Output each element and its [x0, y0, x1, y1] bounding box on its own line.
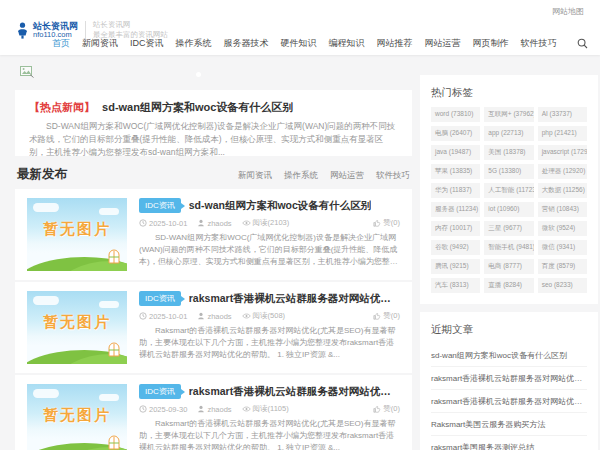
tag-bigdata[interactable]: 大数据 (11256)	[538, 183, 587, 198]
tag-javascript[interactable]: javascript (17290)	[538, 145, 587, 160]
article-date: 2025-10-01	[139, 219, 187, 228]
latest-section-title: 最新发布	[17, 166, 67, 183]
tag-apple[interactable]: 苹果 (13835)	[431, 164, 480, 179]
tag-processor[interactable]: 处理器 (12920)	[538, 164, 587, 179]
article-thumbnail[interactable]: 暂无图片	[27, 291, 127, 364]
tag-usa[interactable]: 美国 (18378)	[484, 145, 533, 160]
recent-article-link[interactable]: sd-wan组网方案和woc设备有什么区别	[431, 344, 587, 366]
logo-icon	[16, 22, 29, 39]
tag-ai-cn[interactable]: 人工智能 (11723)	[484, 183, 533, 198]
like-button[interactable]: 赞(0)	[373, 218, 400, 228]
cloud-shape	[33, 203, 59, 212]
nav-item-idc[interactable]: IDC资讯	[130, 37, 164, 50]
hot-news-title[interactable]: sd-wan组网方案和woc设备有什么区别	[102, 101, 293, 113]
recent-article-link[interactable]: raksmart香港裸机云站群服务器对网站优化的帮助	[431, 389, 587, 412]
hot-tags-title: 热门标签	[431, 84, 587, 107]
tag-5g[interactable]: 5G (13380)	[484, 164, 533, 179]
tag-internet-plus[interactable]: 互联网+ (37962)	[484, 107, 533, 122]
article-title[interactable]: sd-wan组网方案和woc设备有什么区别	[189, 199, 372, 213]
tag-marketing[interactable]: 营销 (10843)	[538, 202, 587, 217]
nav-item-home[interactable]: 首页	[52, 37, 70, 50]
article-meta: 2025-10-01 zhaods 阅读(2103) 赞(0)	[139, 218, 400, 228]
cloud-shape	[99, 301, 119, 308]
recent-article-link[interactable]: raksmart香港裸机云站群服务器对网站优化的帮助	[431, 366, 587, 389]
tag-baidu[interactable]: 百度 (8579)	[538, 259, 587, 274]
clock-icon	[139, 219, 147, 227]
tag-java[interactable]: java (19487)	[431, 145, 480, 160]
tag-ecommerce[interactable]: 电商 (8777)	[484, 259, 533, 274]
nav-item-programming[interactable]: 编程知识	[329, 37, 365, 50]
article-date: 2025-10-01	[139, 312, 187, 321]
tag-livestream[interactable]: 直播 (8284)	[484, 278, 533, 293]
article-body: IDC资讯 raksmart香港裸机云站群服务器对网站优化的帮助 2025-09…	[139, 384, 400, 450]
eye-icon	[242, 219, 251, 227]
article-title[interactable]: raksmart香港裸机云站群服务器对网站优化的帮助	[189, 292, 400, 306]
no-image-placeholder-text: 暂无图片	[27, 406, 127, 425]
like-button[interactable]: 赞(0)	[373, 404, 400, 414]
article-thumbnail[interactable]: 暂无图片	[27, 384, 127, 450]
article-excerpt: Raksmart的香港裸机云站群服务器对网站优化(尤其是SEO)有显著帮助，主要…	[139, 418, 400, 450]
window-icon	[108, 249, 120, 264]
latest-link-operation[interactable]: 网站运营	[330, 170, 364, 182]
recent-article-link[interactable]: raksmart美国服务器测评总结	[431, 435, 587, 450]
nav-item-site-recommend[interactable]: 网站推荐	[377, 37, 413, 50]
article-card: 暂无图片 IDC资讯 raksmart香港裸机云站群服务器对网站优化的帮助 20…	[15, 375, 412, 450]
nav-item-server-tech[interactable]: 服务器技术	[224, 37, 269, 50]
tag-smartphone[interactable]: 智能手机 (9481)	[484, 240, 533, 255]
latest-link-software[interactable]: 软件技巧	[376, 170, 410, 182]
tag-app[interactable]: app (22713)	[484, 126, 533, 141]
tag-ai[interactable]: AI (33737)	[538, 107, 587, 122]
tag-microsoft[interactable]: 微软 (9524)	[538, 221, 587, 236]
nav-item-webpage-making[interactable]: 网页制作	[473, 37, 509, 50]
tag-iot[interactable]: iot (10960)	[484, 202, 533, 217]
tag-seo[interactable]: seo (8233)	[538, 278, 587, 293]
clock-icon	[139, 405, 147, 413]
nav-item-hardware[interactable]: 硬件知识	[281, 37, 317, 50]
tag-memory[interactable]: 内存 (10017)	[431, 221, 480, 236]
tag-samsung[interactable]: 三星 (9677)	[484, 221, 533, 236]
thumb-up-icon	[373, 405, 381, 413]
no-image-placeholder-text: 暂无图片	[27, 313, 127, 332]
user-icon	[197, 219, 205, 227]
tag-google[interactable]: 谷歌 (9492)	[431, 240, 480, 255]
latest-section-head: 最新发布 新闻资讯 操作系统 网站运营 软件技巧	[17, 166, 410, 183]
nav-item-software-tips[interactable]: 软件技巧	[521, 37, 557, 50]
tag-computer[interactable]: 电脑 (26407)	[431, 126, 480, 141]
article-meta: 2025-09-30 zhaods 阅读(1105) 赞(0)	[139, 404, 400, 414]
latest-link-os[interactable]: 操作系统	[284, 170, 318, 182]
like-button[interactable]: 赞(0)	[373, 311, 400, 321]
tag-word[interactable]: word (73810)	[431, 107, 480, 122]
article-meta: 2025-10-01 zhaods 阅读(508) 赞(0)	[139, 311, 400, 321]
sidebar: 热门标签 word (73810) 互联网+ (37962) AI (33737…	[420, 75, 598, 450]
latest-link-news[interactable]: 新闻资讯	[238, 170, 272, 182]
category-badge[interactable]: IDC资讯	[139, 291, 181, 306]
tag-tencent[interactable]: 腾讯 (9215)	[431, 259, 480, 274]
cloud-shape	[99, 394, 119, 401]
nav-item-news[interactable]: 新闻资讯	[82, 37, 118, 50]
tag-car[interactable]: 汽车 (8313)	[431, 278, 480, 293]
article-title[interactable]: raksmart香港裸机云站群服务器对网站优化的帮助	[189, 385, 400, 399]
tag-php[interactable]: php (21421)	[538, 126, 587, 141]
article-thumbnail[interactable]: 暂无图片	[27, 198, 127, 271]
user-icon	[197, 312, 205, 320]
recent-articles-title: 近期文章	[431, 321, 587, 344]
nav-item-site-operation[interactable]: 网站运营	[425, 37, 461, 50]
category-badge[interactable]: IDC资讯	[139, 198, 181, 213]
search-icon[interactable]	[577, 38, 588, 49]
eye-icon	[242, 312, 251, 320]
cloud-shape	[33, 389, 59, 398]
recent-article-link[interactable]: Raksmart美国云服务器购买方法	[431, 412, 587, 435]
carousel-dot[interactable]	[196, 72, 201, 77]
tagline-top: 站长资讯网	[93, 20, 168, 30]
sitemap-link[interactable]: 网站地图	[552, 6, 584, 17]
cloud-shape	[33, 296, 59, 305]
tag-wechat[interactable]: 微信 (9341)	[538, 240, 587, 255]
latest-section-links: 新闻资讯 操作系统 网站运营 软件技巧	[238, 170, 410, 182]
tag-huawei[interactable]: 华为 (11837)	[431, 183, 480, 198]
article-title-row: IDC资讯 raksmart香港裸机云站群服务器对网站优化的帮助	[139, 291, 400, 306]
article-card: 暂无图片 IDC资讯 sd-wan组网方案和woc设备有什么区别 2025-10…	[15, 189, 412, 280]
tag-server[interactable]: 服务器 (11234)	[431, 202, 480, 217]
category-badge[interactable]: IDC资讯	[139, 384, 181, 399]
nav-item-os[interactable]: 操作系统	[176, 37, 212, 50]
broken-image-icon	[20, 66, 34, 78]
